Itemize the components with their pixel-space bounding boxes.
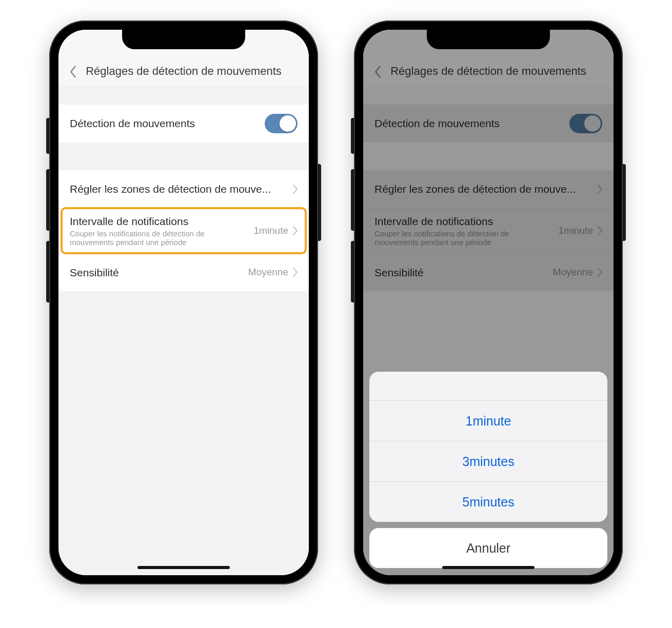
row-label: Détection de mouvements	[70, 117, 265, 130]
row-sensitivity[interactable]: Sensibilité Moyenne	[58, 253, 309, 291]
row-label: Régler les zones de détection de mouve..…	[70, 183, 288, 195]
row-label: Sensibilité	[70, 266, 243, 279]
chevron-left-icon	[70, 66, 77, 78]
screen-left: Réglages de détection de mouvements Déte…	[58, 30, 309, 575]
notch	[122, 30, 245, 49]
phone-left: Réglages de détection de mouvements Déte…	[49, 21, 318, 584]
row-value: Moyenne	[248, 267, 288, 278]
row-subtitle: Couper les notifications de détection de…	[70, 229, 248, 247]
action-sheet-option-5min[interactable]: 5minutes	[369, 481, 607, 522]
home-indicator	[442, 566, 535, 569]
action-sheet-header	[369, 372, 607, 400]
page-title: Réglages de détection de mouvements	[81, 65, 302, 78]
row-value: 1minute	[253, 225, 288, 236]
toggle-motion-detection[interactable]	[265, 114, 298, 133]
chevron-right-icon	[292, 268, 298, 277]
back-button[interactable]	[66, 66, 81, 78]
home-indicator	[137, 566, 230, 569]
action-sheet-cancel[interactable]: Annuler	[369, 528, 607, 568]
row-motion-detection[interactable]: Détection de mouvements	[58, 105, 309, 143]
row-detection-zones[interactable]: Régler les zones de détection de mouve..…	[58, 170, 309, 208]
screen-right: Réglages de détection de mouvements Déte…	[363, 30, 614, 575]
notch	[427, 30, 550, 49]
action-sheet-option-3min[interactable]: 3minutes	[369, 441, 607, 481]
phone-right: Réglages de détection de mouvements Déte…	[354, 21, 623, 584]
chevron-right-icon	[292, 185, 298, 194]
row-notification-interval[interactable]: Intervalle de notifications Couper les n…	[58, 208, 309, 253]
action-sheet-option-1min[interactable]: 1minute	[369, 400, 607, 441]
row-label: Intervalle de notifications	[70, 215, 248, 228]
chevron-right-icon	[292, 226, 298, 235]
action-sheet: 1minute 3minutes 5minutes Annuler	[369, 372, 607, 568]
